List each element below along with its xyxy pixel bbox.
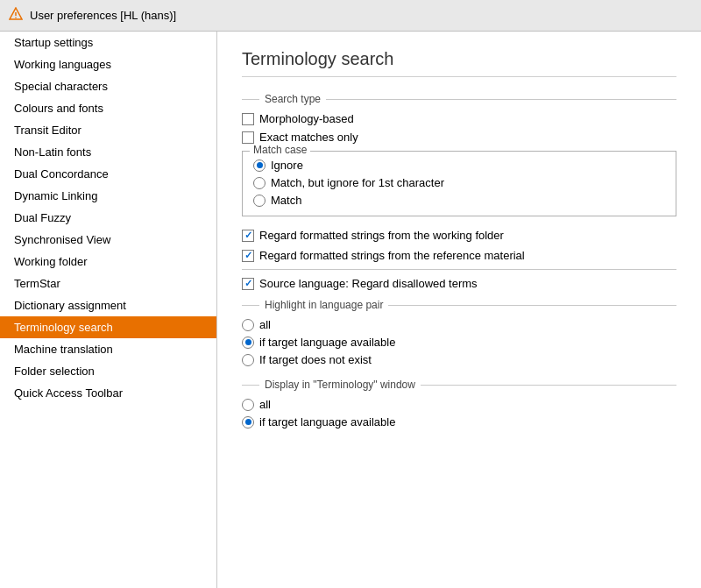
highlight-section-label: Highlight in language pair [265, 299, 383, 311]
display-if-target-available-row: if target language available [242, 415, 676, 429]
sidebar-item-colours-and-fonts[interactable]: Colours and fonts [0, 97, 216, 119]
highlight-if-target-not-exist-label: If target does not exist [259, 353, 372, 366]
ignore-radio[interactable] [253, 159, 266, 172]
sidebar-item-working-languages[interactable]: Working languages [0, 53, 216, 75]
sidebar-item-working-folder[interactable]: Working folder [0, 251, 216, 273]
content-area: Terminology search Search type Morpholog… [217, 32, 701, 588]
match-case-label: Match case [250, 144, 310, 156]
sidebar: Startup settingsWorking languagesSpecial… [0, 32, 217, 588]
sidebar-item-machine-translation[interactable]: Machine translation [0, 338, 216, 360]
display-all-label: all [259, 398, 271, 411]
highlight-if-target-not-exist-radio[interactable] [242, 354, 254, 366]
display-if-target-available-radio[interactable] [242, 416, 254, 429]
sidebar-item-termstar[interactable]: TermStar [0, 273, 216, 294]
exact-matches-checkbox[interactable] [242, 131, 254, 144]
search-type-label: Search type [265, 93, 321, 105]
morphology-based-label: Morphology-based [259, 112, 354, 125]
match-case-group: Match case Ignore Match, but ignore for … [242, 151, 676, 216]
match-ignore-label: Match, but ignore for 1st character [271, 176, 444, 189]
title-bar: User preferences [HL (hans)] [0, 0, 701, 32]
regard-reference-material-row: Regard formatted strings from the refere… [242, 249, 676, 262]
morphology-based-row: Morphology-based [242, 112, 676, 125]
match-radio[interactable] [253, 195, 266, 207]
sidebar-item-dual-concordance[interactable]: Dual Concordance [0, 163, 216, 185]
morphology-based-checkbox[interactable] [242, 113, 254, 125]
sidebar-item-non-latin-fonts[interactable]: Non-Latin fonts [0, 141, 216, 163]
page-title: Terminology search [242, 49, 676, 77]
match-ignore-radio-row: Match, but ignore for 1st character [253, 176, 665, 189]
sidebar-item-dual-fuzzy[interactable]: Dual Fuzzy [0, 207, 216, 229]
highlight-if-target-available-row: if target language available [242, 336, 676, 349]
regard-working-folder-checkbox[interactable] [242, 230, 254, 242]
sidebar-item-dictionary-assignment[interactable]: Dictionary assignment [0, 294, 216, 316]
display-section-label: Display in "Terminology" window [265, 379, 415, 391]
sidebar-item-quick-access-toolbar[interactable]: Quick Access Toolbar [0, 382, 216, 404]
sidebar-item-startup-settings[interactable]: Startup settings [0, 32, 216, 53]
regard-working-folder-label: Regard formatted strings from the workin… [259, 229, 504, 242]
highlight-if-target-available-label: if target language available [259, 336, 395, 349]
highlight-if-target-not-exist-row: If target does not exist [242, 353, 676, 366]
sidebar-item-synchronised-view[interactable]: Synchronised View [0, 229, 216, 251]
regard-reference-material-label: Regard formatted strings from the refere… [259, 249, 525, 262]
match-radio-row: Match [253, 194, 665, 207]
highlight-all-radio[interactable] [242, 319, 254, 331]
ignore-radio-row: Ignore [253, 159, 665, 172]
sidebar-item-special-characters[interactable]: Special characters [0, 75, 216, 97]
highlight-all-label: all [259, 318, 271, 331]
source-language-disallowed-checkbox[interactable] [242, 278, 254, 290]
title-bar-text: User preferences [HL (hans)] [30, 9, 176, 22]
display-all-row: all [242, 398, 676, 411]
sidebar-item-dynamic-linking[interactable]: Dynamic Linking [0, 185, 216, 207]
source-language-disallowed-row: Source language: Regard disallowed terms [242, 277, 676, 290]
highlight-if-target-available-radio[interactable] [242, 337, 254, 349]
ignore-label: Ignore [271, 159, 303, 172]
svg-point-2 [15, 17, 17, 18]
highlight-all-row: all [242, 318, 676, 331]
exact-matches-label: Exact matches only [259, 131, 358, 144]
display-if-target-available-label: if target language available [259, 415, 395, 429]
title-bar-icon [9, 7, 23, 24]
regard-working-folder-row: Regard formatted strings from the workin… [242, 229, 676, 242]
regard-reference-material-checkbox[interactable] [242, 250, 254, 262]
display-all-radio[interactable] [242, 399, 254, 411]
sidebar-item-folder-selection[interactable]: Folder selection [0, 360, 216, 382]
match-ignore-radio[interactable] [253, 177, 266, 189]
source-language-disallowed-label: Source language: Regard disallowed terms [259, 277, 478, 290]
exact-matches-row: Exact matches only [242, 131, 676, 144]
sidebar-item-transit-editor[interactable]: Transit Editor [0, 119, 216, 141]
match-label: Match [271, 194, 301, 207]
main-container: Startup settingsWorking languagesSpecial… [0, 32, 701, 588]
sidebar-item-terminology-search[interactable]: Terminology search [0, 316, 216, 338]
